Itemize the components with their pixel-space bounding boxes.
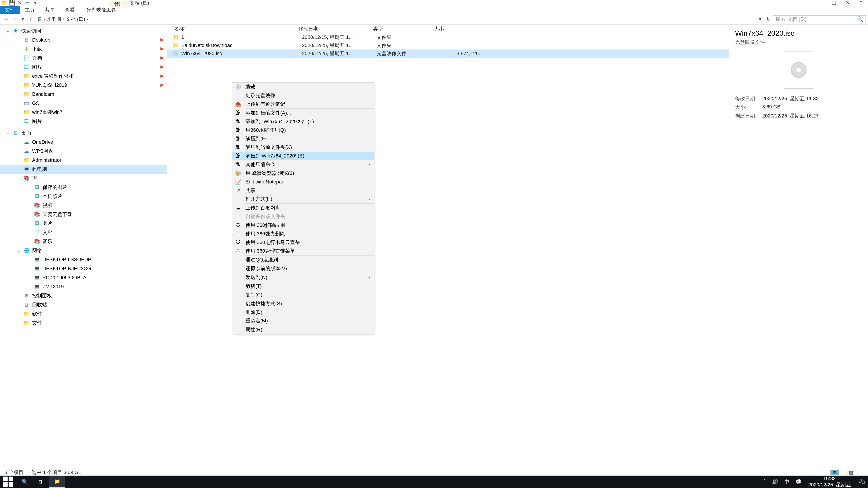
sidebar-item[interactable]: 📁Bandicam: [0, 90, 167, 99]
sidebar-item[interactable]: 📁文件: [0, 318, 167, 327]
sidebar-item[interactable]: ⬇下载📌: [0, 44, 167, 54]
ctx-qq[interactable]: 通过QQ发送到: [232, 256, 374, 264]
refresh-button[interactable]: ↻: [764, 16, 773, 22]
forward-button[interactable]: →: [10, 15, 19, 23]
qat-save-icon[interactable]: 💾: [8, 0, 16, 5]
sidebar-item[interactable]: 💻DESKTOP-LSSOEDP: [0, 255, 167, 264]
sidebar-item[interactable]: 📚视频: [0, 201, 167, 210]
icons-view-button[interactable]: ▦: [847, 470, 855, 475]
search-input[interactable]: 搜索"文档 (E:)" 🔍: [773, 15, 866, 23]
sidebar-item[interactable]: ⚙控制面板: [0, 291, 167, 300]
ctx-360-trojan[interactable]: 🛡使用 360进行木马云查杀: [232, 238, 374, 247]
table-row[interactable]: 📁BaiduNetdiskDownload2020/12/25, 星期五 1..…: [167, 41, 729, 50]
contextual-tab-manage[interactable]: 管理: [108, 1, 129, 8]
ctx-restore[interactable]: 还原以前的版本(V): [232, 264, 374, 273]
ime-indicator[interactable]: 中: [784, 479, 789, 485]
ctx-add-archive[interactable]: 🗜添加到压缩文件(A)...: [232, 109, 374, 117]
ctx-copy[interactable]: 复制(C): [232, 291, 374, 299]
up-button[interactable]: ↑: [27, 15, 35, 23]
ctx-rename[interactable]: 重命名(M): [232, 317, 374, 325]
tab-share[interactable]: 共享: [40, 6, 60, 14]
details-view-button[interactable]: ≡: [831, 470, 839, 475]
sidebar-item[interactable]: 📁Administrator: [0, 156, 167, 165]
tab-home[interactable]: 主页: [20, 6, 40, 14]
folder-icon[interactable]: 📁: [1, 0, 8, 5]
help-button[interactable]: ?: [855, 0, 868, 6]
sidebar-item[interactable]: 🖼图片📌: [0, 63, 167, 72]
sidebar-item[interactable]: ›📚库: [0, 174, 167, 183]
sidebar-item[interactable]: 🖼图片: [0, 219, 167, 228]
start-button[interactable]: [0, 476, 16, 488]
sidebar-item[interactable]: 📄文档: [0, 228, 167, 237]
taskbar-clock[interactable]: 16:32 2020/12/25, 星期五: [808, 476, 850, 488]
ctx-add-zip[interactable]: 🗜添加到 "Win7x64_2020.zip" (T): [232, 117, 374, 126]
minimize-button[interactable]: —: [814, 0, 827, 6]
sidebar-item[interactable]: ⌄🌐网络: [0, 246, 167, 255]
qat-props-icon[interactable]: ▭: [24, 0, 31, 5]
sidebar-item[interactable]: 💻PC-20190530OBLA: [0, 273, 167, 282]
task-view-button[interactable]: ⧉: [33, 476, 49, 488]
ctx-open-360[interactable]: 🗜用360压缩打开(Q): [232, 126, 374, 134]
sidebar-item[interactable]: 🗑回收站: [0, 300, 167, 309]
qat-dropdown-icon[interactable]: ▾: [32, 0, 38, 5]
ctx-baidu[interactable]: ☁上传到百度网盘: [232, 203, 374, 212]
col-type[interactable]: 类型: [373, 26, 434, 32]
sidebar-item[interactable]: 📚音乐: [0, 237, 167, 246]
ctx-sendto[interactable]: 发送到(N)›: [232, 273, 374, 282]
ctx-extract-named[interactable]: 🗜解压到 Win7x64_2020\ (E): [232, 152, 374, 160]
ctx-notepadpp[interactable]: 📝Edit with Notepad++: [232, 177, 374, 186]
ctx-360-unlock[interactable]: 🛡使用 360解除占用: [232, 221, 374, 230]
ctx-other-compress[interactable]: 🗜其他压缩命令›: [232, 160, 374, 169]
address-dropdown[interactable]: ▾: [756, 16, 764, 22]
search-button[interactable]: 🔍: [16, 476, 33, 488]
sidebar-item[interactable]: 💻ZMT2019: [0, 282, 167, 291]
sidebar-item[interactable]: 📁win7重装win7: [0, 108, 167, 117]
maximize-button[interactable]: ❐: [827, 0, 841, 6]
sidebar-item[interactable]: 📁软件: [0, 309, 167, 318]
ctx-shortcut[interactable]: 创建快捷方式(S): [232, 299, 374, 308]
sidebar-desktop[interactable]: ⌄ 🖥 桌面: [0, 129, 167, 138]
tab-file[interactable]: 文件: [0, 6, 20, 14]
ctx-extract-here[interactable]: 🗜解压到当前文件夹(X): [232, 143, 374, 152]
volume-icon[interactable]: 🔊: [772, 479, 778, 485]
sidebar-item[interactable]: ☁WPS网盘: [0, 147, 167, 156]
ctx-360-menu[interactable]: 🛡使用 360管理右键菜单: [232, 247, 374, 255]
notification-icon[interactable]: 💬: [796, 479, 802, 485]
col-size[interactable]: 大小: [434, 26, 479, 32]
qat-close-icon[interactable]: ✕: [16, 0, 23, 5]
ctx-mount[interactable]: 💿装载: [232, 83, 374, 91]
history-dropdown[interactable]: ▾: [19, 16, 27, 22]
sidebar-item[interactable]: 📄文档📌: [0, 54, 167, 63]
sidebar-item[interactable]: 💻DESKTOP-NJEU3CG: [0, 264, 167, 273]
ctx-delete[interactable]: 删除(D): [232, 308, 374, 317]
sidebar-item[interactable]: 🖴G:\: [0, 99, 167, 108]
table-row[interactable]: 💿Win7x64_2020.iso2020/12/25, 星期五 1...光盘映…: [167, 50, 729, 58]
ctx-cut[interactable]: 剪切(T): [232, 282, 374, 291]
sidebar-item[interactable]: 📚天翼云盘下载: [0, 210, 167, 219]
close-button[interactable]: ✕: [841, 0, 855, 6]
breadcrumb[interactable]: 🖥 › 此电脑 › 文档 (E:) ›: [35, 16, 756, 23]
ctx-share[interactable]: ↗共享: [232, 186, 374, 195]
sidebar-quick-access[interactable]: ⌄ ★ 快速访问: [0, 26, 167, 35]
sidebar-item[interactable]: 🖼图片: [0, 117, 167, 126]
col-name[interactable]: 名称˄: [167, 26, 298, 32]
ctx-properties[interactable]: 属性(R): [232, 325, 374, 334]
tab-view[interactable]: 查看: [60, 6, 80, 14]
sidebar-item[interactable]: 📁excel表格制作求和📌: [0, 72, 167, 80]
sidebar-item[interactable]: 🖼本机照片: [0, 192, 167, 201]
crumb-pc[interactable]: 此电脑: [46, 16, 61, 23]
sidebar-item[interactable]: 📁YUNQISHI2019📌: [0, 80, 167, 90]
ctx-extract-to[interactable]: 🗜解压到(F)...: [232, 134, 374, 143]
sidebar-item[interactable]: 🖥Desktop📌: [0, 35, 167, 44]
tray-chevron-icon[interactable]: ˄: [763, 479, 766, 485]
action-center-icon[interactable]: 🗨3: [857, 478, 865, 485]
sidebar-item[interactable]: ☁OneDrive: [0, 138, 167, 147]
sidebar-item[interactable]: ›💻此电脑: [0, 165, 167, 174]
explorer-taskbar-button[interactable]: 📁: [49, 476, 65, 488]
table-row[interactable]: 📁12020/12/15, 星期二 1...文件夹: [167, 33, 729, 41]
ctx-bee[interactable]: 🐝用 蜂蜜浏览器 浏览(3): [232, 169, 374, 177]
col-date[interactable]: 修改日期: [298, 26, 373, 32]
back-button[interactable]: ←: [2, 15, 10, 23]
crumb-drive[interactable]: 文档 (E:): [66, 16, 85, 23]
ctx-open-with[interactable]: 打开方式(H)›: [232, 195, 374, 203]
